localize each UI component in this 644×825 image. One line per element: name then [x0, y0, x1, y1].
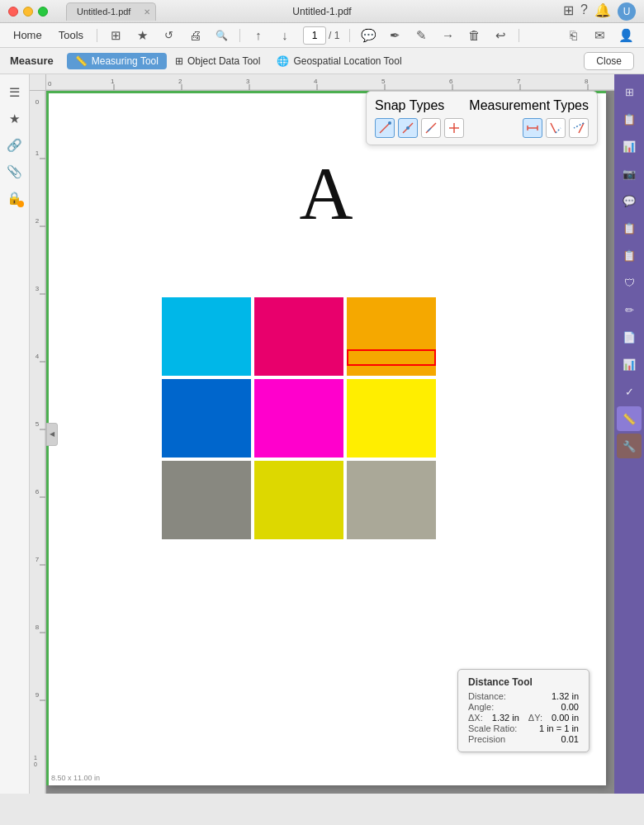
svg-text:0: 0	[36, 98, 40, 106]
print-btn[interactable]: 🖨	[183, 24, 206, 47]
notification-icon[interactable]: 🔔	[594, 2, 611, 21]
svg-rect-0	[46, 74, 614, 91]
svg-text:4: 4	[314, 78, 318, 85]
svg-text:1: 1	[111, 78, 115, 85]
svg-point-43	[388, 121, 391, 125]
left-sidebar: ☰ ★ 🔗 📎 🔒	[0, 74, 30, 794]
snap-endpoint-btn[interactable]	[375, 118, 395, 138]
share-btn[interactable]: ⎗	[561, 24, 585, 47]
color-cell-magenta-dark	[254, 297, 343, 376]
measuring-tool-label: Measuring Tool	[92, 55, 159, 67]
svg-text:4: 4	[36, 353, 40, 360]
snap-perpendicular-btn[interactable]	[421, 118, 441, 138]
pen-btn[interactable]: ✒	[383, 24, 406, 47]
right-btn-export2[interactable]: 📋	[617, 216, 642, 240]
collapse-handle[interactable]: ◀	[46, 423, 58, 446]
tab-close-icon[interactable]: ✕	[144, 7, 150, 17]
sidebar-links-btn[interactable]: 🔗	[3, 134, 26, 157]
menu-home[interactable]: Home	[7, 27, 49, 43]
right-btn-export[interactable]: 📊	[617, 134, 642, 159]
measure-area-btn[interactable]	[569, 118, 589, 138]
svg-text:3: 3	[36, 285, 40, 292]
minimize-button[interactable]	[23, 7, 33, 17]
right-btn-pages[interactable]: 📋	[617, 107, 642, 131]
arrow-btn[interactable]: →	[436, 24, 459, 47]
distance-value: 1.32 in	[552, 691, 579, 701]
svg-text:3: 3	[246, 78, 250, 85]
window-title: Untitled-1.pdf	[292, 6, 351, 17]
measure-distance-btn[interactable]	[523, 118, 542, 138]
avatar[interactable]: U	[618, 2, 636, 21]
svg-line-54	[556, 128, 561, 133]
new-tab-btn[interactable]: ⊞	[104, 24, 127, 47]
right-btn-comment[interactable]: 💬	[617, 188, 642, 213]
mail-btn[interactable]: ✉	[588, 24, 611, 47]
undo-btn[interactable]: ↩	[489, 24, 512, 47]
measurement-types-label: Measurement Types	[469, 98, 589, 113]
right-btn-check[interactable]: ✓	[617, 379, 642, 404]
close-button[interactable]	[8, 7, 18, 17]
measure-angle-btn[interactable]	[546, 118, 566, 138]
right-btn-grid[interactable]: ⊞	[617, 79, 642, 104]
separator-2	[239, 29, 240, 42]
geospatial-tool-btn[interactable]: 🌐 Geospatial Location Tool	[268, 53, 410, 69]
close-measure-btn[interactable]: Close	[584, 52, 634, 70]
svg-text:9: 9	[36, 691, 40, 699]
svg-text:5: 5	[36, 420, 40, 428]
distance-row: Distance: 1.32 in	[468, 691, 579, 701]
refresh-btn[interactable]: ↺	[157, 24, 180, 47]
comment-btn[interactable]: 💬	[357, 24, 380, 47]
right-btn-doc[interactable]: 📄	[617, 325, 642, 349]
sidebar-bookmarks-btn[interactable]: ★	[3, 107, 26, 130]
svg-text:2: 2	[178, 78, 182, 85]
svg-text:6: 6	[36, 488, 40, 495]
measure-icons-group	[523, 118, 589, 138]
dy-value: 0.00 in	[552, 713, 579, 723]
scale-value: 1 in = 1 in	[539, 723, 579, 733]
right-btn-export3[interactable]: 📋	[617, 243, 642, 268]
object-data-icon: ⊞	[175, 55, 183, 67]
svg-text:8: 8	[585, 78, 589, 85]
measuring-tool-btn[interactable]: 📏 Measuring Tool	[67, 53, 167, 69]
sidebar-pages-btn[interactable]: ☰	[3, 81, 26, 104]
maximize-button[interactable]	[38, 7, 48, 17]
edit-btn[interactable]: ✎	[410, 24, 433, 47]
traffic-lights	[8, 7, 48, 17]
svg-text:1: 1	[36, 149, 40, 157]
help-icon[interactable]: ?	[580, 2, 588, 21]
right-btn-tools[interactable]: 🔧	[617, 434, 642, 458]
ruler-icon: 📏	[75, 55, 88, 67]
sidebar-security-btn[interactable]: 🔒	[3, 187, 26, 210]
bookmark-btn[interactable]: ★	[130, 24, 154, 47]
right-btn-chart[interactable]: 📊	[617, 352, 642, 377]
svg-text:7: 7	[517, 78, 521, 85]
right-btn-edit[interactable]: ✏	[617, 297, 642, 322]
account-btn[interactable]: 👤	[614, 24, 637, 47]
pdf-tab[interactable]: Untitled-1.pdf ✕	[66, 2, 156, 21]
page-input[interactable]: 1	[303, 26, 326, 45]
left-ruler: 0 1 2 3 4 5 6 7 8 9 1 0	[30, 91, 46, 794]
prev-btn[interactable]: ↑	[247, 24, 270, 47]
color-cell-yellow-green	[254, 461, 343, 539]
pdf-area[interactable]: 0 1 2 3 4 5 6 7 8	[30, 74, 614, 794]
projector-icon[interactable]: ⊞	[563, 2, 574, 21]
sidebar-attachments-btn[interactable]: 📎	[3, 160, 26, 183]
zoom-btn[interactable]: 🔍	[210, 24, 233, 47]
snap-midpoint-btn[interactable]	[398, 118, 418, 138]
next-btn[interactable]: ↓	[273, 24, 296, 47]
main-area: ☰ ★ 🔗 📎 🔒 0 1 2 3 4	[0, 74, 644, 794]
delete-btn[interactable]: 🗑	[462, 24, 485, 47]
menu-tools[interactable]: Tools	[52, 27, 90, 43]
object-data-tool-btn[interactable]: ⊞ Object Data Tool	[167, 53, 269, 69]
separator-3	[349, 29, 350, 42]
right-btn-security[interactable]: 🛡	[617, 270, 642, 295]
svg-text:5: 5	[381, 78, 386, 85]
snap-grid-btn[interactable]	[444, 118, 464, 138]
svg-line-42	[380, 123, 390, 133]
right-btn-measure[interactable]: 📏	[617, 406, 642, 431]
right-btn-image[interactable]: 📷	[617, 161, 642, 186]
svg-text:0: 0	[34, 761, 37, 767]
object-data-tool-label: Object Data Tool	[187, 55, 261, 67]
measure-bar: Measure 📏 Measuring Tool ⊞ Object Data T…	[0, 48, 644, 74]
svg-line-47	[428, 128, 431, 131]
